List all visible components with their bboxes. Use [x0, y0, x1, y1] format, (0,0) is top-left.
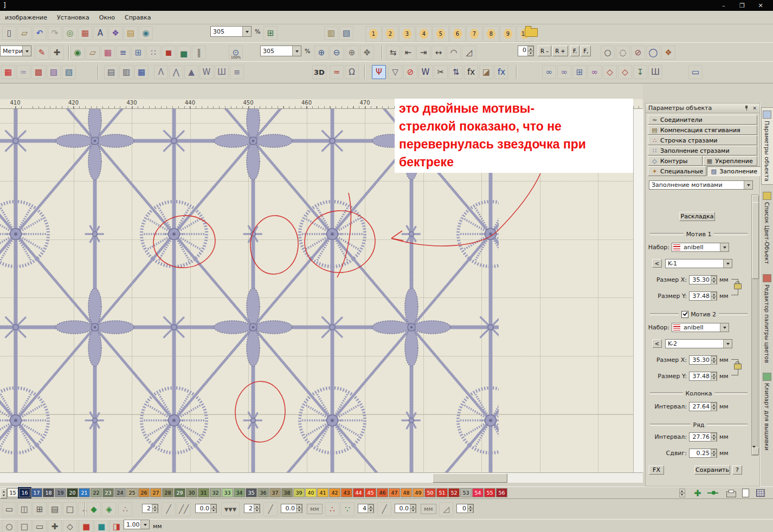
compensation-triangles-icon[interactable]: ▾▾▾	[221, 502, 240, 516]
chevron-down-icon[interactable]	[720, 243, 729, 251]
param-field-7[interactable]: 0	[456, 504, 474, 513]
zigzag2-icon[interactable]: ⋀	[169, 65, 183, 79]
stamp-icon[interactable]: ◼	[162, 46, 176, 60]
motif2-checkbox[interactable]	[681, 311, 688, 318]
grid-size-combo[interactable]: 1.00	[124, 520, 150, 529]
delete-stitch-icon[interactable]: ⊘	[403, 65, 417, 79]
param-field-4[interactable]: 0.0	[281, 504, 302, 513]
scrollbar-thumb[interactable]	[752, 202, 759, 279]
lasso-icon[interactable]: ◯	[646, 46, 660, 60]
zoom-100-icon[interactable]: ⊙100%	[229, 46, 243, 60]
table-icon[interactable]: ⊞	[131, 46, 145, 60]
scrollbar-thumb[interactable]	[433, 473, 507, 483]
palette-grid-icon[interactable]	[755, 488, 766, 498]
zoom-combo-2[interactable]: 305	[260, 46, 301, 56]
31[interactable]: 31	[198, 488, 209, 497]
55[interactable]: 55	[484, 488, 495, 497]
center-hoop-icon[interactable]: ◉	[70, 46, 85, 60]
tab-embroidery-clipart[interactable]: Клипарт для вышивки	[762, 370, 773, 453]
palette-scroll-spinner[interactable]	[1, 488, 7, 498]
30[interactable]: 30	[186, 488, 197, 497]
color-grid-icon[interactable]: ▦	[101, 46, 115, 60]
52[interactable]: 52	[448, 488, 460, 497]
add-color-icon[interactable]: ✚	[692, 488, 704, 498]
25[interactable]: 25	[126, 488, 138, 497]
w-cut-icon[interactable]: W	[418, 65, 433, 79]
chevron-down-icon[interactable]	[22, 46, 31, 56]
46[interactable]: 46	[377, 488, 388, 497]
cross-tool-icon[interactable]: ✚	[48, 520, 62, 532]
menu-window[interactable]: Окно	[94, 12, 120, 23]
slash-circle-icon[interactable]: ⊘	[631, 46, 645, 60]
50[interactable]: 50	[424, 488, 436, 497]
folder-icon[interactable]	[525, 28, 538, 37]
tab-color-object-list[interactable]: Список Цвет-Объект	[762, 189, 773, 267]
hatch-fill1-icon[interactable]: ▤	[104, 65, 118, 79]
17[interactable]: 17	[31, 488, 42, 497]
motif2-size-x-field[interactable]: 35.30	[689, 355, 717, 365]
row-interval-field[interactable]: 27.76	[689, 432, 717, 442]
param-field-3[interactable]: 2	[244, 504, 260, 513]
53[interactable]: 53	[460, 488, 472, 497]
43[interactable]: 43	[341, 488, 352, 497]
shape-small-icon[interactable]: ▤	[48, 502, 62, 516]
spinner-arrows[interactable]	[711, 276, 717, 284]
design-view-icon[interactable]: ▥	[324, 26, 338, 40]
vertical-scrollbar[interactable]	[633, 108, 643, 472]
wave-stitch-icon[interactable]: W	[199, 65, 214, 79]
scroll-down-icon[interactable]	[752, 447, 759, 455]
fx-edit-icon[interactable]: fx	[464, 65, 478, 79]
tab-object-parameters[interactable]: Параметры объекта	[761, 107, 773, 185]
density-icon[interactable]: ∴	[118, 502, 132, 516]
3d-view-button[interactable]: 3D	[312, 65, 326, 79]
menu-help[interactable]: Справка	[120, 12, 156, 23]
23[interactable]: 23	[102, 488, 114, 497]
split-view-icon[interactable]: ‖	[192, 46, 206, 60]
motif1-prev-button[interactable]: <	[652, 259, 662, 268]
maximize-icon[interactable]: ❐	[733, 2, 751, 9]
minimize-icon[interactable]: –	[714, 2, 733, 9]
scatter-green-icon[interactable]: ∵	[340, 502, 355, 516]
protractor-icon[interactable]: ◠	[447, 46, 461, 60]
34[interactable]: 34	[234, 488, 245, 497]
hoop-size-button[interactable]: 1	[365, 26, 382, 42]
fx-blue-icon[interactable]: fx	[494, 65, 508, 79]
37[interactable]: 37	[269, 488, 281, 497]
42[interactable]: 42	[329, 488, 340, 497]
spinner-arrows[interactable]	[711, 372, 717, 380]
reinforcement-button[interactable]: ▦Укрепление	[703, 156, 758, 166]
dots-grid-icon[interactable]: ∷	[146, 46, 160, 60]
16[interactable]: 16	[19, 488, 30, 497]
sequence-list-icon[interactable]: ≡	[116, 46, 130, 60]
zoom-out-icon[interactable]: ⊖	[330, 46, 344, 60]
24[interactable]: 24	[114, 488, 126, 497]
fabric-icon[interactable]: ▦	[78, 26, 92, 40]
row-shift-field[interactable]: 0.25	[689, 449, 717, 458]
stitch-list-icon[interactable]: ⊞	[263, 26, 278, 40]
hoop-size-button[interactable]: 9	[500, 26, 516, 42]
motif2-set-select[interactable]: anibell	[672, 323, 729, 332]
fill-button[interactable]: ▨Заполнение	[707, 166, 761, 176]
spinner-arrows[interactable]	[711, 356, 717, 364]
loop-stitch1-icon[interactable]: ∞	[542, 65, 556, 79]
mirror-icon[interactable]: ⇆	[386, 46, 400, 60]
hatch-fill2-icon[interactable]: ▥	[119, 65, 133, 79]
motif1-set-select[interactable]: anibell	[672, 243, 729, 252]
monitor-icon[interactable]: ▭	[688, 65, 703, 79]
special-button[interactable]: ✦Специальные	[648, 166, 706, 176]
motif-pattern2-icon[interactable]: ▨	[47, 65, 61, 79]
angle-slash3-icon[interactable]: ╱	[377, 502, 391, 516]
node-icon[interactable]: ◫	[17, 502, 31, 516]
print-icon[interactable]	[725, 488, 737, 498]
align-start-icon[interactable]: ⇤	[401, 46, 415, 60]
bar-chart-icon[interactable]: ▅	[177, 46, 191, 60]
dashed-circle-icon[interactable]: ◌	[616, 46, 630, 60]
rect-tool-icon[interactable]: □	[17, 520, 31, 532]
fill-type-select[interactable]: Заполнение мотивами	[649, 180, 753, 190]
rotate-angle-field[interactable]: 0	[518, 46, 534, 56]
chevron-down-icon[interactable]	[723, 340, 732, 348]
rotate-minus-button[interactable]: R –	[538, 46, 551, 56]
loop-stitch2-icon[interactable]: ∞	[557, 65, 571, 79]
26[interactable]: 26	[138, 488, 150, 497]
menu-image[interactable]: изображение	[0, 12, 52, 23]
